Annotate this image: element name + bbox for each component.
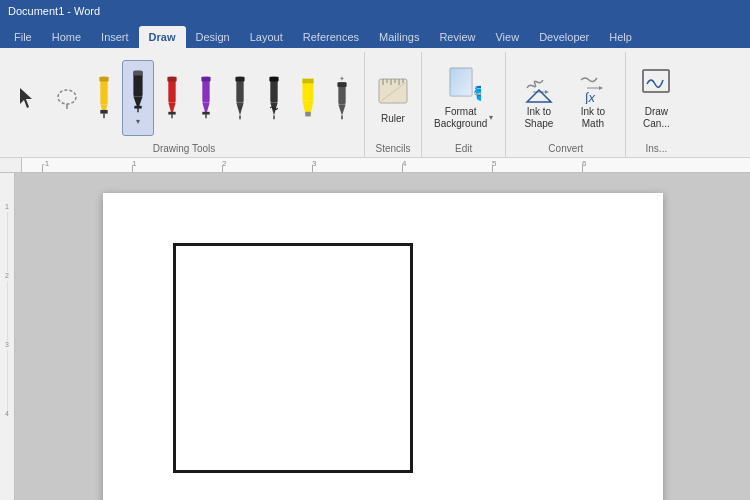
select-tool-button[interactable] (10, 60, 46, 136)
pen-black-icon (128, 69, 148, 115)
svg-rect-5 (99, 76, 108, 81)
ribbon-group-insert: Draw Can... Ins... (626, 52, 686, 157)
highlighter-button[interactable] (292, 60, 324, 136)
format-background-icon: 🪣 (447, 66, 481, 104)
tab-view[interactable]: View (485, 26, 529, 48)
lasso-tool-button[interactable] (48, 60, 86, 136)
tab-mailings[interactable]: Mailings (369, 26, 429, 48)
svg-rect-15 (167, 76, 176, 81)
ribbon-group-convert: Ink to Shape ∫x Ink to Math Convert (506, 52, 626, 157)
ink-to-math-button[interactable]: ∫x Ink to Math (568, 60, 618, 136)
edit-items: 🪣 Format Background ▾ (428, 54, 499, 141)
ruler-tick-neg1-line (42, 165, 43, 172)
svg-rect-49 (450, 68, 472, 96)
pen-purple-icon (196, 75, 216, 121)
ribbon: ▾ (0, 48, 750, 158)
ruler-icon (377, 71, 409, 111)
ruler-tick-2-line (222, 165, 223, 172)
tab-file[interactable]: File (4, 26, 42, 48)
pen-black-button[interactable]: ▾ (122, 60, 154, 136)
svg-text:∫x: ∫x (584, 90, 596, 104)
ruler-tick-3-line (312, 165, 313, 172)
svg-rect-25 (235, 76, 244, 81)
vertical-ruler: 1 2 3 4 (0, 173, 15, 500)
sparkle-pen-button[interactable]: ✦ (326, 60, 358, 136)
pen-yellow-icon (94, 75, 114, 121)
ruler-tick-neg1: -1 (42, 159, 49, 168)
stencils-label: Stencils (375, 141, 410, 157)
content-area: 1 2 3 4 (0, 173, 750, 500)
tab-draw[interactable]: Draw (139, 26, 186, 48)
ink-to-math-label: Ink to Math (581, 106, 605, 130)
pen-red-icon (162, 75, 182, 121)
tab-review[interactable]: Review (429, 26, 485, 48)
draw-canvas-button[interactable]: Draw Can... (632, 60, 680, 136)
drawing-tools-items: ▾ (10, 54, 358, 141)
convert-items: Ink to Shape ∫x Ink to Math (514, 54, 618, 141)
pen-dark-button[interactable] (224, 60, 256, 136)
pen-purple-button[interactable] (190, 60, 222, 136)
v-tick-1: 1 (5, 203, 9, 210)
horizontal-ruler: -1 1 2 3 4 5 6 (0, 158, 750, 173)
ruler-button[interactable]: Ruler (371, 60, 415, 136)
svg-marker-52 (545, 90, 549, 94)
format-background-dropdown-arrow: ▾ (489, 113, 493, 122)
ruler-tick-4-line (402, 165, 403, 172)
ruler-tick-1-line (132, 165, 133, 172)
tab-developer[interactable]: Developer (529, 26, 599, 48)
lasso-icon (54, 85, 80, 111)
v-tick-line-3 (7, 350, 8, 410)
convert-label: Convert (548, 141, 583, 157)
edit-label: Edit (455, 141, 472, 157)
ruler-tick-6-line (582, 165, 583, 172)
ink-to-math-icon: ∫x (577, 66, 609, 104)
svg-text:✦: ✦ (339, 75, 345, 83)
format-background-label: Format Background (434, 106, 487, 130)
pen-wave-button[interactable] (258, 60, 290, 136)
ribbon-group-drawing-tools: ▾ (4, 52, 365, 157)
page-area (15, 173, 750, 500)
svg-marker-36 (338, 104, 345, 115)
pen-yellow-button[interactable] (88, 60, 120, 136)
draw-canvas-label: Draw Can... (643, 106, 670, 130)
arrow-cursor-icon (16, 86, 40, 110)
ribbon-group-stencils: Ruler Stencils (365, 52, 422, 157)
ruler-ticks: -1 1 2 3 4 5 6 (22, 158, 750, 173)
svg-point-1 (58, 90, 76, 104)
highlighter-icon (298, 75, 318, 121)
svg-rect-33 (302, 78, 313, 83)
tab-layout[interactable]: Layout (240, 26, 293, 48)
svg-rect-20 (201, 76, 210, 81)
pen-black-dropdown[interactable]: ▾ (136, 117, 140, 126)
tab-row: File Home Insert Draw Design Layout Refe… (0, 22, 750, 48)
svg-marker-0 (20, 88, 32, 108)
svg-rect-16 (168, 111, 175, 114)
svg-marker-55 (599, 86, 603, 90)
v-tick-4: 4 (5, 410, 9, 417)
insert-group-label: Ins... (646, 141, 668, 157)
tab-insert[interactable]: Insert (91, 26, 139, 48)
drawn-rectangle (173, 243, 413, 473)
svg-rect-11 (134, 106, 141, 109)
tab-references[interactable]: References (293, 26, 369, 48)
format-background-button[interactable]: 🪣 Format Background ▾ (428, 60, 499, 136)
svg-marker-32 (302, 100, 313, 113)
tab-home[interactable]: Home (42, 26, 91, 48)
pen-wave-icon (264, 75, 284, 121)
tab-design[interactable]: Design (186, 26, 240, 48)
svg-text:🪣: 🪣 (473, 85, 481, 102)
ink-to-shape-icon (523, 66, 555, 104)
v-tick-2: 2 (5, 272, 9, 279)
app-title: Document1 - Word (8, 5, 100, 17)
ruler-label: Ruler (381, 113, 405, 125)
drawing-tools-label: Drawing Tools (153, 141, 216, 157)
svg-rect-57 (643, 70, 669, 92)
svg-rect-34 (305, 111, 311, 116)
svg-rect-10 (133, 71, 142, 76)
tab-help[interactable]: Help (599, 26, 642, 48)
ink-to-shape-button[interactable]: Ink to Shape (514, 60, 564, 136)
svg-rect-29 (269, 76, 278, 81)
draw-canvas-icon (641, 66, 671, 104)
ruler-corner (0, 158, 22, 173)
pen-red-button[interactable] (156, 60, 188, 136)
